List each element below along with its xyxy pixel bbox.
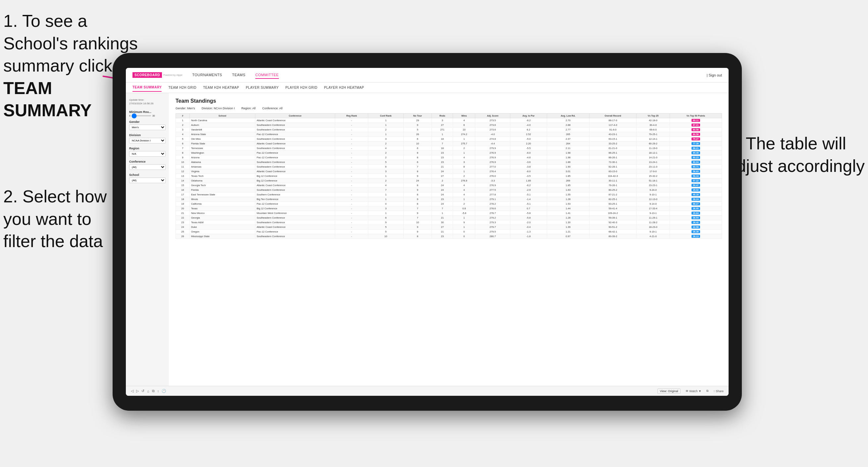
table-cell: 1.98 xyxy=(547,151,589,155)
table-cell: 265 xyxy=(547,132,589,137)
table-cell: 6 xyxy=(176,142,190,146)
table-cell: 17 xyxy=(176,192,190,197)
table-cell: Southeastern Conference xyxy=(255,137,335,142)
table-cell: -0.4 xyxy=(510,225,547,229)
table-cell: 18 xyxy=(176,197,190,202)
table-row: 5Ole MissSoutheastern Conference-3618127… xyxy=(176,137,722,142)
sidebar-school-select[interactable]: (All) xyxy=(129,178,165,183)
copy-icon[interactable]: ⧉ xyxy=(152,389,155,393)
col-vs-top50: Vs Top 50 Points xyxy=(670,114,722,118)
table-cell: 24 xyxy=(176,225,190,229)
table-cell: -4.4 xyxy=(475,142,510,146)
table-cell: -5.1 xyxy=(510,202,547,206)
table-cell: North Carolina xyxy=(189,118,255,123)
table-cell: 36.95 xyxy=(670,206,722,211)
table-cell: 92-40-3 xyxy=(589,220,637,225)
table-cell: 277.8 xyxy=(475,192,510,197)
table-cell: 5 xyxy=(403,127,432,132)
table-cell: 264 xyxy=(547,142,589,146)
table-cell: 9-14-0 xyxy=(637,202,670,206)
clock-icon[interactable]: 🕐 xyxy=(162,389,166,393)
table-row: 1North CarolinaAtlantic Coast Conference… xyxy=(176,118,722,123)
min-rounds-slider[interactable] xyxy=(131,115,151,116)
sub-nav-team-summary[interactable]: TEAM SUMMARY xyxy=(132,84,162,92)
table-cell: -5.0 xyxy=(510,137,547,142)
table-row: 19CaliforniaPac-12 Conference-48242278.2… xyxy=(176,202,722,206)
table-cell: 1 xyxy=(453,216,475,220)
table-row: 6Florida StateAtlantic Coast Conference-… xyxy=(176,142,722,146)
col-vs-top25: Vs Top 25 xyxy=(637,114,670,118)
table-cell: 88-17-0 xyxy=(589,118,637,123)
nav-tab-tournaments[interactable]: TOURNAMENTS xyxy=(192,71,222,79)
sidebar-gender-select[interactable]: Men's xyxy=(129,125,165,130)
table-cell: 1.21 xyxy=(547,229,589,234)
table-cell: 276.9 xyxy=(475,151,510,155)
table-cell: 273.6 xyxy=(475,127,510,132)
table-cell: 9-13-1 xyxy=(637,211,670,216)
forward-icon[interactable]: ▷ xyxy=(136,389,139,393)
view-original-button[interactable]: View: Original xyxy=(657,388,680,394)
table-cell: - xyxy=(335,188,368,192)
table-cell: - xyxy=(335,142,368,146)
table-cell: 65.49 xyxy=(670,151,722,155)
share-button[interactable]: ↑ Share xyxy=(713,390,723,393)
sidebar-division-select[interactable]: NCAA Division I xyxy=(129,138,165,144)
table-cell: -1.3 xyxy=(510,229,547,234)
table-cell: 3 xyxy=(368,206,403,211)
table-cell: 38.54 xyxy=(670,216,722,220)
table-cell: 9 xyxy=(403,225,432,229)
sub-nav-team-h2h-grid[interactable]: TEAM H2H GRID xyxy=(168,84,196,91)
table-cell: Vanderbilt xyxy=(189,127,255,132)
table-cell: 1.30 xyxy=(547,220,589,225)
table-cell: -4.0 xyxy=(510,123,547,127)
table-cell: Tennessee xyxy=(189,146,255,151)
sub-nav-player-h2h-heatmap[interactable]: PLAYER H2H HEATMAP xyxy=(324,84,364,91)
table-cell: 15-32-2 xyxy=(637,174,670,179)
table-cell: 1 xyxy=(368,118,403,123)
table-cell: 8 xyxy=(403,202,432,206)
table-cell: 9 xyxy=(403,188,432,192)
table-cell: 5 xyxy=(368,225,403,229)
table-cell: 275.7 xyxy=(453,142,475,146)
col-overall: Overall Record xyxy=(589,114,637,118)
sidebar-conference-select[interactable]: (All) xyxy=(129,164,165,170)
table-cell: Texas Tech xyxy=(189,174,255,179)
table-cell: 3 xyxy=(453,160,475,165)
nav-tabs: TOURNAMENTS TEAMS COMMITTEE xyxy=(192,71,706,79)
sidebar-gender-label: Gender xyxy=(129,120,165,124)
back-icon[interactable]: ◁ xyxy=(131,389,133,393)
nav-tab-committee[interactable]: COMMITTEE xyxy=(255,71,279,79)
table-cell: 21 xyxy=(432,165,453,169)
table-area: Team Standings Gender: Men's Division: N… xyxy=(169,93,728,386)
table-cell: 1 xyxy=(432,132,453,137)
table-cell: -6.0 xyxy=(510,169,547,174)
sign-out[interactable]: | Sign out xyxy=(707,73,722,77)
share-icon[interactable]: ↑ xyxy=(157,389,159,393)
table-cell: Atlantic Coast Conference xyxy=(255,225,335,229)
table-row: 22GeorgiaSoutheastern Conference-8721127… xyxy=(176,216,722,220)
sub-nav-team-h2h-heatmap[interactable]: TEAM H2H HEATMAP xyxy=(203,84,239,91)
sub-nav-player-summary[interactable]: PLAYER SUMMARY xyxy=(246,84,279,91)
table-cell: Atlantic Coast Conference xyxy=(255,118,335,123)
table-cell: Southeastern Conference xyxy=(255,188,335,192)
home-icon[interactable]: ⌂ xyxy=(147,389,149,393)
table-cell: 2 xyxy=(432,179,453,183)
table-cell: 1.41 xyxy=(547,211,589,216)
table-cell: 279.3 xyxy=(475,220,510,225)
table-cell: -6.2 xyxy=(510,183,547,188)
nav-tab-teams[interactable]: TEAMS xyxy=(232,71,245,79)
tablet-screen: SCOREBOARD Powered by clippd TOURNAMENTS… xyxy=(126,68,728,396)
table-cell: Georgia xyxy=(189,216,255,220)
sub-nav-player-h2h-grid[interactable]: PLAYER H2H GRID xyxy=(285,84,318,91)
table-cell: 2.70 xyxy=(547,118,589,123)
sidebar-region-select[interactable]: N/A xyxy=(129,151,165,157)
sidebar: Update time: 27/03/2024 16:56:26 Minimum… xyxy=(126,93,169,386)
table-cell: 68.27 xyxy=(670,202,722,206)
table-cell: 4 xyxy=(453,183,475,188)
table-cell: 4 xyxy=(368,183,403,188)
copy-link-button[interactable]: ⧉ xyxy=(706,389,708,393)
table-cell: 8 xyxy=(176,151,190,155)
watch-button[interactable]: 👁 Watch ▼ xyxy=(685,390,702,393)
table-cell: Mississippi State xyxy=(189,234,255,239)
reload-icon[interactable]: ↺ xyxy=(142,389,145,393)
